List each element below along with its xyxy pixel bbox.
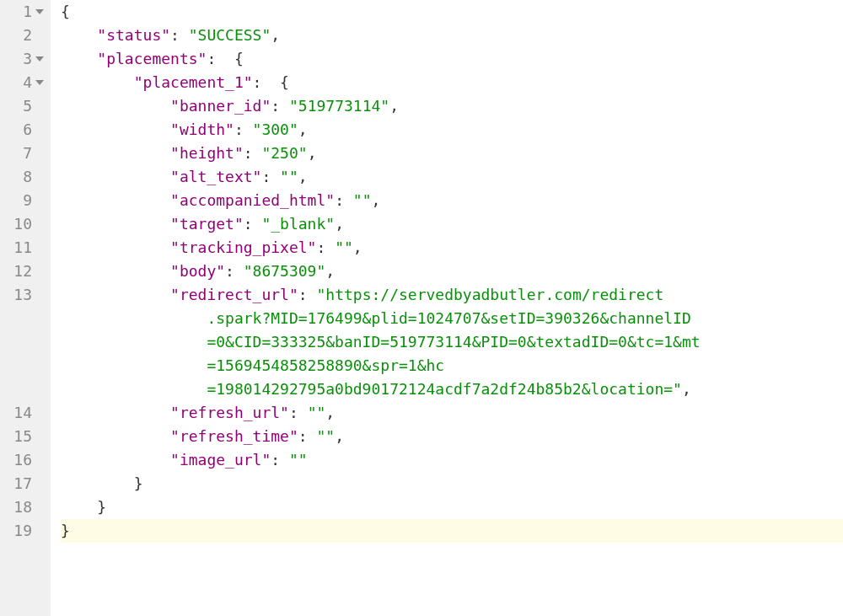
code-line: "placement_1": { [61,71,843,94]
json-string: =1569454858258890&spr=1&hc [207,356,444,374]
fold-marker-icon[interactable] [35,9,44,14]
code-line: "height": "250", [61,142,843,165]
brace: { [61,3,70,20]
line-number: 17 [0,472,44,495]
json-string: "519773114" [289,97,389,115]
line-number: 16 [0,448,44,472]
line-number: 19 [0,519,44,543]
brace: } [134,474,143,492]
line-number: 10 [0,212,44,236]
line-number: 2 [0,24,44,47]
code-line: "refresh_time": "", [61,425,843,448]
line-number: 5 [0,94,44,118]
json-key: "refresh_url" [170,404,289,421]
json-string: "SUCCESS" [189,26,271,44]
json-string: =198014292795a0bd90172124acdf7a2df24b85b… [207,380,682,398]
line-number: 13 [0,283,44,307]
code-line: "placements": { [61,47,843,71]
json-key: "width" [170,121,234,138]
code-line: "target": "_blank", [61,212,843,236]
code-line: "width": "300", [61,118,843,142]
code-editor-area[interactable]: { "status": "SUCCESS", "placements": { "… [51,0,843,616]
code-line: =198014292795a0bd90172124acdf7a2df24b85b… [61,378,843,401]
code-line: "status": "SUCCESS", [61,24,843,47]
fold-marker-icon[interactable] [35,56,44,62]
code-line: } [61,495,843,519]
line-number: 15 [0,425,44,448]
json-key: "banner_id" [170,97,271,115]
json-string: "_blank" [261,215,335,233]
code-line: "image_url": "" [61,448,843,472]
code-line: =1569454858258890&spr=1&hc [61,354,843,378]
json-key: "tracking_pixel" [170,238,316,256]
code-line: "body": "8675309", [61,260,843,283]
json-key: "status" [97,26,170,44]
line-number: 18 [0,495,44,519]
code-line: "tracking_pixel": "", [61,236,843,260]
json-key: "body" [170,262,225,280]
line-number-blank [0,378,44,401]
line-number: 11 [0,236,44,260]
json-string: "300" [253,121,298,138]
line-number: 12 [0,260,44,283]
json-string: "" [316,427,335,445]
brace: } [61,522,70,539]
code-line: "banner_id": "519773114", [61,94,843,118]
fold-marker-icon[interactable] [35,80,44,85]
json-string: "https://servedbyadbutler.com/redirect [316,286,663,303]
code-line: { [61,0,843,24]
code-line: "accompanied_html": "", [61,189,843,212]
json-key: "height" [170,144,244,162]
code-line: .spark?MID=176499&plid=1024707&setID=390… [61,307,843,330]
json-key: "alt_text" [170,168,261,185]
code-line: } [61,519,843,543]
code-line: =0&CID=333325&banID=519773114&PID=0&text… [61,330,843,354]
json-key: "refresh_time" [170,427,298,445]
line-number-gutter: 12345678910111213141516171819 [0,0,51,616]
line-number: 6 [0,118,44,142]
json-key: "accompanied_html" [170,191,335,209]
brace: } [97,498,106,516]
line-number: 7 [0,142,44,165]
line-number: 3 [0,47,44,71]
json-key: "placements" [97,50,207,67]
json-key: "target" [170,215,244,233]
line-number-blank [0,354,44,378]
json-string: "" [289,451,308,469]
json-key: "placement_1" [134,73,253,91]
json-key: "redirect_url" [170,286,298,303]
code-line: "alt_text": "", [61,165,843,189]
line-number: 14 [0,401,44,425]
json-string: "" [353,191,372,209]
line-number: 4 [0,71,44,94]
line-number: 8 [0,165,44,189]
line-number: 1 [0,0,44,24]
line-number-blank [0,330,44,354]
json-key: "image_url" [170,451,271,469]
json-string: "250" [261,144,307,162]
json-string: "" [280,168,298,185]
json-string: "8675309" [244,262,326,280]
line-number-blank [0,307,44,330]
json-string: "" [308,404,326,421]
json-string: "" [335,238,353,256]
json-string: .spark?MID=176499&plid=1024707&setID=390… [207,309,690,327]
line-number: 9 [0,189,44,212]
json-string: =0&CID=333325&banID=519773114&PID=0&text… [207,333,700,351]
code-line: "refresh_url": "", [61,401,843,425]
code-line: } [61,472,843,495]
code-line: "redirect_url": "https://servedbyadbutle… [61,283,843,307]
